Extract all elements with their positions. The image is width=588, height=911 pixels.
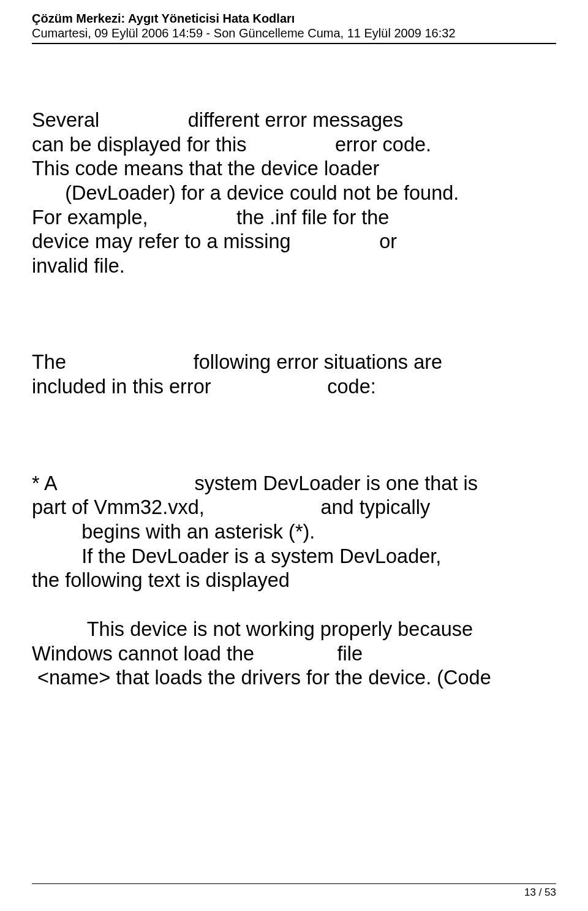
body-line: part of Vmm32.vxd, and typically (32, 496, 556, 520)
body-line: Windows cannot load the file (32, 642, 556, 667)
footer-rule (32, 883, 556, 884)
header-rule (32, 43, 556, 44)
body-line: If the DevLoader is a system DevLoader, (32, 545, 556, 569)
body-line: begins with an asterisk (*). (32, 520, 556, 545)
body-line: included in this error code: (32, 375, 556, 399)
page-number: 13 / 53 (524, 886, 556, 899)
header-meta: Cumartesi, 09 Eylül 2006 14:59 - Son Gün… (32, 26, 556, 40)
body-line: * A system DevLoader is one that is (32, 472, 556, 496)
body-line: Several different error messages (32, 108, 556, 133)
body-line: the following text is displayed (32, 569, 556, 593)
document-body: Several different error messages can be … (32, 108, 556, 690)
body-line: can be displayed for this error code. (32, 133, 556, 157)
body-line: For example, the .inf file for the (32, 206, 556, 230)
body-line: The following error situations are (32, 350, 556, 375)
body-line: (DevLoader) for a device could not be fo… (32, 181, 556, 206)
body-line: This code means that the device loader (32, 157, 556, 181)
body-line: device may refer to a missing or (32, 230, 556, 254)
body-line: This device is not working properly beca… (32, 618, 556, 642)
page-header: Çözüm Merkezi: Aygıt Yöneticisi Hata Kod… (32, 11, 556, 44)
body-line: invalid file. (32, 254, 556, 279)
body-line: <name> that loads the drivers for the de… (32, 666, 556, 690)
header-title: Çözüm Merkezi: Aygıt Yöneticisi Hata Kod… (32, 11, 556, 26)
